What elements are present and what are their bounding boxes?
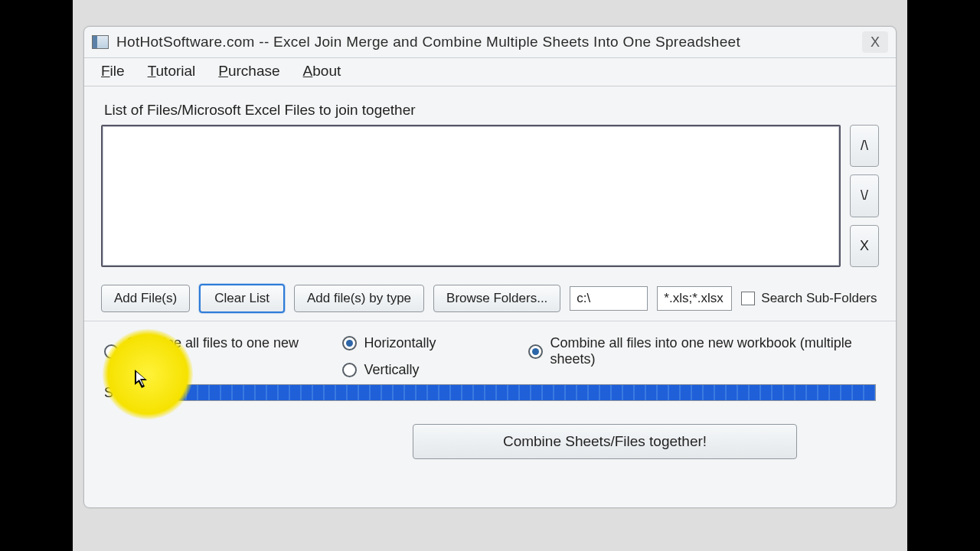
- radio-new-workbook-label: Combine all files into one new workbook …: [550, 335, 876, 367]
- close-icon: X: [871, 34, 880, 51]
- menu-about[interactable]: About: [303, 63, 341, 80]
- menu-file[interactable]: File: [101, 63, 125, 80]
- combine-options: Combine all files to one new sheet Horiz…: [84, 324, 896, 380]
- radio-one-sheet-label: Combine all files to one new sheet: [126, 335, 312, 367]
- window-title: HotHotSoftware.com -- Excel Join Merge a…: [116, 34, 740, 51]
- clear-list-button[interactable]: Clear List: [199, 284, 285, 313]
- combine-button[interactable]: Combine Sheets/Files together!: [413, 424, 797, 459]
- menu-purchase[interactable]: Purchase: [218, 63, 279, 80]
- search-subfolders-label: Search Sub-Folders: [761, 291, 877, 306]
- menubar: File Tutorial Purchase About: [84, 58, 896, 86]
- status-label: Status:: [104, 385, 147, 401]
- radio-one-sheet[interactable]: Combine all files to one new sheet: [104, 335, 312, 367]
- app-icon: [92, 35, 109, 49]
- checkbox-icon: [741, 292, 755, 305]
- add-files-button[interactable]: Add File(s): [101, 285, 190, 312]
- titlebar: HotHotSoftware.com -- Excel Join Merge a…: [84, 27, 896, 58]
- close-button[interactable]: X: [862, 31, 888, 53]
- radio-icon: [342, 336, 357, 350]
- radio-horizontally[interactable]: Horizontally: [342, 335, 436, 351]
- file-list[interactable]: [101, 125, 841, 267]
- path-input[interactable]: c:\: [570, 286, 648, 311]
- search-subfolders-checkbox[interactable]: Search Sub-Folders: [741, 291, 877, 306]
- progress-bar: [165, 384, 876, 401]
- app-window: HotHotSoftware.com -- Excel Join Merge a…: [83, 26, 897, 508]
- radio-new-workbook[interactable]: Combine all files into one new workbook …: [528, 335, 876, 367]
- radio-vertically-label: Vertically: [364, 362, 420, 378]
- radio-icon: [104, 344, 119, 359]
- menu-tutorial[interactable]: Tutorial: [148, 63, 196, 80]
- move-down-button[interactable]: \/: [850, 174, 879, 217]
- radio-horizontally-label: Horizontally: [364, 335, 436, 351]
- add-by-type-button[interactable]: Add file(s) by type: [294, 285, 424, 312]
- file-list-label: List of Files/Microsoft Excel Files to j…: [84, 86, 896, 125]
- browse-folders-button[interactable]: Browse Folders...: [433, 285, 560, 312]
- chevron-up-icon: /\: [861, 138, 868, 154]
- chevron-down-icon: \/: [861, 187, 868, 204]
- radio-vertically[interactable]: Vertically: [342, 362, 436, 378]
- toolbar: Add File(s) Clear List Add file(s) by ty…: [84, 267, 896, 321]
- radio-icon: [342, 363, 357, 377]
- remove-item-button[interactable]: X: [850, 225, 879, 267]
- extensions-input[interactable]: *.xls;*.xlsx: [657, 286, 732, 311]
- close-icon: X: [860, 238, 869, 254]
- move-up-button[interactable]: /\: [850, 125, 879, 167]
- radio-icon: [528, 344, 543, 359]
